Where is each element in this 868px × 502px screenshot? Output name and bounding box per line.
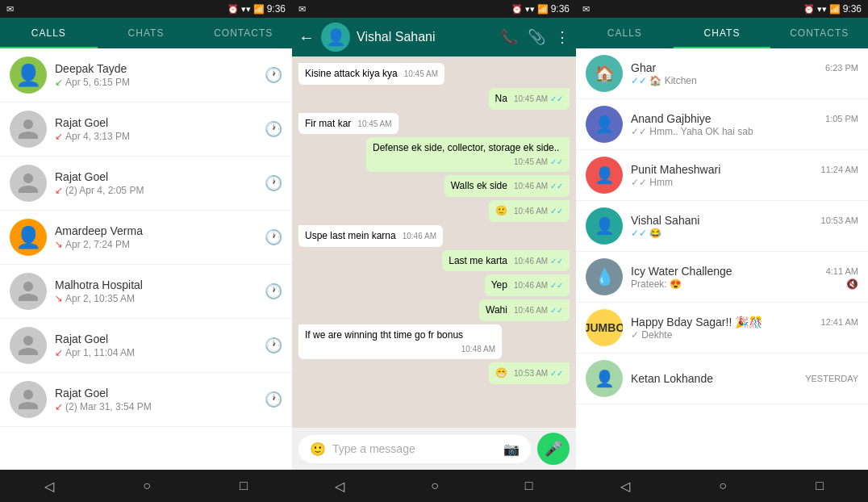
- chat-time: 11:24 AM: [821, 165, 858, 174]
- avatar: [10, 111, 47, 148]
- person-icon: [16, 117, 40, 141]
- call-item[interactable]: Rajat Goel ↙ Apr 4, 3:13 PM 🕐: [0, 102, 292, 157]
- call-name: Rajat Goel: [55, 333, 257, 345]
- status-bar-mid: ✉ ⏰ ▾▾ 📶 9:36: [292, 0, 576, 18]
- avatar: 👤: [10, 56, 47, 94]
- call-name: Rajat Goel: [55, 170, 257, 183]
- tab-calls-right[interactable]: CALLS: [576, 18, 674, 48]
- recents-nav-icon[interactable]: □: [240, 479, 248, 493]
- message-text: Fir mat kar: [305, 118, 351, 129]
- tab-contacts-right[interactable]: CONTACTS: [770, 18, 868, 48]
- person-icon: [16, 333, 40, 358]
- avatar: 👤: [586, 106, 623, 143]
- bottom-nav-left: ◁ ○ □: [0, 470, 292, 502]
- home-nav-icon[interactable]: ○: [143, 479, 151, 493]
- tick-icon: ✓✓: [631, 126, 647, 137]
- mic-button[interactable]: 🎤: [537, 433, 570, 465]
- message-input[interactable]: Type a message: [332, 442, 497, 455]
- person-icon: [16, 279, 40, 303]
- chat-time: 4:11 AM: [826, 266, 858, 276]
- tab-chats-left[interactable]: CHATS: [98, 18, 195, 48]
- person-icon: [16, 387, 40, 412]
- call-info: Rajat Goel ↙ (2) Mar 31, 3:54 PM: [55, 387, 257, 412]
- call-item[interactable]: 👤 Amardeep Verma ↗ Apr 2, 7:24 PM 🕐: [0, 211, 292, 265]
- chat-header-icons: 📞 📎 ⋮: [500, 28, 570, 46]
- call-info: Amardeep Verma ↗ Apr 2, 7:24 PM: [55, 224, 257, 250]
- chat-name-row: Ketan Lokhande YESTERDAY: [631, 372, 858, 385]
- tab-bar-left: CALLS CHATS CONTACTS: [0, 18, 292, 48]
- more-options-icon[interactable]: ⋮: [555, 28, 570, 46]
- bottom-nav-mid: ◁ ○ □: [292, 470, 576, 502]
- message-bubble: Uspe last mein karna 10:46 AM: [298, 225, 443, 247]
- chat-body: Kisine attack kiya kya 10:45 AM Na 10:45…: [292, 56, 576, 428]
- call-item[interactable]: Malhotra Hospital ↗ Apr 2, 10:35 AM 🕐: [0, 265, 292, 319]
- tab-calls-left[interactable]: CALLS: [0, 18, 98, 48]
- call-item[interactable]: 👤 Deepak Tayde ↙ Apr 5, 6:15 PM 🕐: [0, 48, 292, 102]
- call-date: Apr 4, 3:13 PM: [65, 131, 130, 142]
- tab-chats-right[interactable]: CHATS: [674, 18, 771, 48]
- chat-input-container: 🙂 Type a message 📷: [298, 435, 531, 463]
- call-item[interactable]: Rajat Goel ↙ (2) Apr 4, 2:05 PM 🕐: [0, 157, 292, 211]
- status-time-right: 9:36: [843, 3, 862, 15]
- chat-name-row: Happy Bday Sagar!! 🎉🎊 12:41 AM: [631, 316, 858, 328]
- call-item[interactable]: Rajat Goel ↙ (2) Mar 31, 3:54 PM 🕐: [0, 373, 292, 427]
- message-time: 10:46 AM ✓✓: [514, 280, 563, 291]
- home-nav-icon-mid[interactable]: ○: [431, 479, 439, 493]
- back-nav-icon-right[interactable]: ◁: [620, 479, 630, 494]
- chat-info: Vishal Sahani 10:53 AM ✓✓ 😂: [631, 214, 858, 239]
- call-clock-icon: 🕐: [265, 174, 282, 192]
- tick-icon: ✓✓: [631, 177, 647, 188]
- status-icon-msg-right: ✉: [582, 4, 590, 15]
- tick-icon: ✓✓: [631, 75, 647, 86]
- status-bar-left: ✉ ⏰ ▾▾ 📶 9:36: [0, 0, 292, 18]
- call-meta: ↙ Apr 1, 11:04 AM: [55, 347, 257, 358]
- chat-name: Ketan Lokhande: [631, 372, 713, 385]
- chat-item[interactable]: 💧 Icy Water Challenge 4:11 AM Prateek: 😍…: [576, 252, 868, 303]
- message-bubble: Wahi 10:46 AM ✓✓: [479, 299, 570, 321]
- attachment-icon[interactable]: 📎: [528, 28, 545, 46]
- chat-item[interactable]: JUMBO Happy Bday Sagar!! 🎉🎊 12:41 AM ✓ D…: [576, 303, 868, 353]
- tab-bar-right: CALLS CHATS CONTACTS: [576, 18, 868, 48]
- avatar: [10, 327, 47, 364]
- message-bubble: Defense ek side, collector, storage ek s…: [366, 137, 570, 172]
- chat-header: ← 👤 Vishal Sahani 📞 📎 ⋮: [292, 18, 576, 56]
- status-icons-right: ⏰ ▾▾ 📶 9:36: [227, 3, 286, 15]
- emoji-icon[interactable]: 🙂: [310, 441, 326, 457]
- chat-item[interactable]: 👤 Anand Gajbhiye 1:05 PM ✓✓ Hmm.. Yaha O…: [576, 99, 868, 150]
- back-nav-icon[interactable]: ◁: [44, 479, 54, 494]
- signal-icon-right: 📶: [829, 4, 841, 15]
- chat-item[interactable]: 🏠 Ghar 6:23 PM ✓✓ 🏠 Kitchen: [576, 48, 868, 99]
- message-text: 🙂: [495, 205, 507, 216]
- voice-call-icon[interactable]: 📞: [500, 28, 518, 46]
- chat-item[interactable]: 👤 Ketan Lokhande YESTERDAY: [576, 353, 868, 404]
- call-date: Apr 2, 7:24 PM: [65, 239, 130, 250]
- home-nav-icon-right[interactable]: ○: [719, 479, 727, 493]
- message-bubble: Yep 10:46 AM ✓✓: [485, 274, 570, 296]
- call-item[interactable]: Rajat Goel ↙ Apr 1, 11:04 AM 🕐: [0, 319, 292, 373]
- chat-name: Ghar: [631, 61, 656, 74]
- call-date: (2) Apr 4, 2:05 PM: [65, 185, 144, 196]
- back-nav-icon-mid[interactable]: ◁: [335, 479, 344, 494]
- chat-info: Punit Maheshwari 11:24 AM ✓✓ Hmm: [631, 163, 858, 188]
- tab-contacts-left[interactable]: CONTACTS: [194, 18, 292, 48]
- alarm-icon-right: ⏰: [803, 4, 815, 15]
- camera-icon[interactable]: 📷: [503, 441, 520, 457]
- chat-name: Anand Gajbhiye: [631, 112, 712, 125]
- message-time: 10:46 AM ✓✓: [514, 256, 563, 267]
- message-text: Na: [495, 93, 507, 104]
- avatar: [10, 165, 47, 202]
- call-direction-icon: ↙: [55, 401, 63, 412]
- avatar: 👤: [586, 360, 623, 397]
- recents-nav-icon-mid[interactable]: □: [525, 479, 533, 493]
- chat-item[interactable]: 👤 Vishal Sahani 10:53 AM ✓✓ 😂: [576, 201, 868, 252]
- message-text: Yep: [491, 279, 507, 291]
- call-direction-icon: ↗: [53, 295, 65, 303]
- recents-nav-icon-right[interactable]: □: [816, 479, 824, 493]
- message-time: 10:46 AM ✓✓: [514, 305, 563, 316]
- call-name: Deepak Tayde: [55, 62, 257, 75]
- chat-item[interactable]: 👤 Punit Maheshwari 11:24 AM ✓✓ Hmm: [576, 150, 868, 201]
- message-time: 10:45 AM ✓✓: [514, 94, 563, 105]
- status-icons-right-mid: ⏰ ▾▾ 📶 9:36: [511, 3, 570, 15]
- back-button[interactable]: ←: [298, 28, 315, 47]
- status-icon-msg-mid: ✉: [298, 4, 306, 15]
